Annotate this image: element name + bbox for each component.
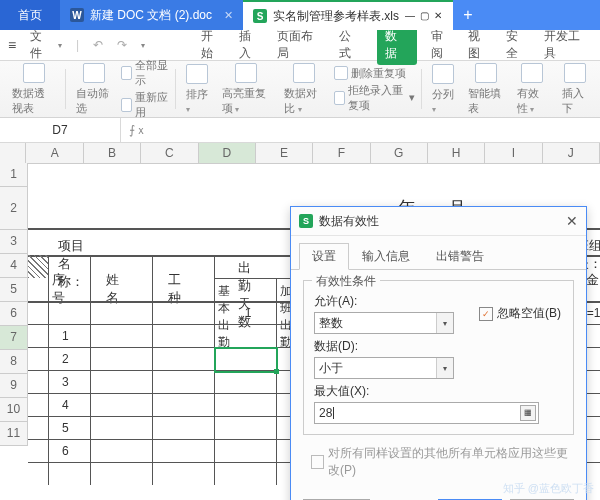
select-all-corner[interactable] [0,143,26,163]
spreadsheet-grid[interactable]: A B C D E F G H I J 1 2 3 4 5 6 7 8 9 10… [0,143,600,164]
row-1[interactable]: 1 [0,163,28,187]
highlight-dup-button[interactable]: 高亮重复项 ▾ [218,63,274,116]
cell-seq-5: 5 [62,421,69,435]
cell-seq-4: 4 [62,398,69,412]
row-7[interactable]: 7 [0,326,28,350]
criteria-fieldset: 有效性条件 允许(A): 整数▾ ✓忽略空值(B) 数据(D): 小于▾ 最大值… [303,280,574,435]
reapply-button[interactable]: 重新应用 [121,90,169,120]
highlight-icon [235,63,257,83]
insert-dropdown-button[interactable]: 插入下 [558,63,592,116]
autofilter-label: 自动筛选 [76,86,111,116]
reject-dup-button[interactable]: 拒绝录入重复项 ▾ [334,83,415,113]
hatch-leading [28,255,48,278]
tab-home[interactable]: 首页 [0,0,60,30]
split-icon [432,64,454,84]
menu-pagelayout[interactable]: 页面布局 [277,28,325,62]
menubar: ≡ 文件▾ | ↶ ↷ ▾ 开始 插入 页面布局 公式 数据 审阅 视图 安全 … [0,30,600,61]
apply-all-row[interactable]: 对所有同样设置的其他所有单元格应用这些更改(P) [311,445,574,479]
dialog-title: 数据有效性 [319,213,379,230]
max-input[interactable]: 28▦ [314,402,539,424]
file-menu[interactable]: 文件▾ [30,28,62,62]
caret-icon [333,407,334,419]
hamburger-icon[interactable]: ≡ [8,37,16,53]
delete-dup-button[interactable]: 删除重复项 [334,66,406,81]
qat-dropdown-icon[interactable]: ▾ [141,41,145,50]
pivot-table-button[interactable]: 数据透视表 [8,63,59,116]
col-J[interactable]: J [543,143,600,163]
row-6[interactable]: 6 [0,302,28,326]
sort-icon [186,64,208,84]
col-I[interactable]: I [485,143,542,163]
data-combo[interactable]: 小于▾ [314,357,454,379]
col-H[interactable]: H [428,143,485,163]
row-11[interactable]: 11 [0,422,28,446]
window-tabbar: 首页 W 新建 DOC 文档 (2).doc ✕ S 实名制管理参考样表.xls… [0,0,600,30]
text-to-columns-button[interactable]: 分列 ▾ [428,64,458,114]
pivot-icon [23,63,45,83]
allow-combo[interactable]: 整数▾ [314,312,454,334]
dialog-header[interactable]: S 数据有效性 ✕ [291,207,586,236]
tab-settings[interactable]: 设置 [299,243,349,270]
undo-icon[interactable]: ↶ [93,38,103,52]
data-compare-button[interactable]: 数据对比 ▾ [280,63,328,116]
deldup-icon [334,66,348,80]
restore-icon[interactable]: ▢ [419,11,429,21]
fx-area[interactable]: ⨍ｘ [121,118,155,142]
tab-input-msg[interactable]: 输入信息 [349,243,423,270]
menu-formula[interactable]: 公式 [339,28,363,62]
autofilter-button[interactable]: 自动筛选 [72,63,115,116]
menu-insert[interactable]: 插入 [239,28,263,62]
split-label: 分列 [432,88,454,100]
row-8[interactable]: 8 [0,350,28,374]
row-10[interactable]: 10 [0,398,28,422]
col-D[interactable]: D [199,143,256,163]
data-label: 数据(D): [314,338,563,355]
validity-button[interactable]: 有效性 ▾ [513,63,552,116]
chevron-down-icon: ▾ [436,313,453,333]
ignore-blank-row[interactable]: ✓忽略空值(B) [479,305,561,322]
fieldset-legend: 有效性条件 [312,273,380,290]
row-9[interactable]: 9 [0,374,28,398]
close-icon[interactable]: ✕ [566,213,578,229]
range-picker-icon[interactable]: ▦ [520,405,536,421]
menu-review[interactable]: 审阅 [431,28,455,62]
tab-spreadsheet[interactable]: S 实名制管理参考样表.xls — ▢ ✕ [243,0,453,30]
chevron-down-icon: ▾ [233,105,239,114]
col-F[interactable]: F [313,143,370,163]
row-2[interactable]: 2 [0,187,28,230]
menu-data[interactable]: 数据 [377,25,417,65]
menu-security[interactable]: 安全 [506,28,530,62]
menu-start[interactable]: 开始 [201,28,225,62]
validity-icon [521,63,543,83]
dup-aux-group: 删除重复项 拒绝录入重复项 ▾ [334,66,415,113]
close-icon[interactable]: ✕ [224,9,233,22]
pivot-label: 数据透视表 [12,86,55,116]
col-A[interactable]: A [26,143,83,163]
menu-devtools[interactable]: 开发工具 [544,28,592,62]
col-C[interactable]: C [141,143,198,163]
col-E[interactable]: E [256,143,313,163]
col-B[interactable]: B [84,143,141,163]
row-5[interactable]: 5 [0,278,28,302]
close-icon[interactable]: ✕ [433,11,443,21]
cell-seq-2: 2 [62,352,69,366]
row-3[interactable]: 3 [0,230,28,254]
tab-error-alert[interactable]: 出错警告 [423,243,497,270]
redo-icon[interactable]: ↷ [117,38,127,52]
col-G[interactable]: G [371,143,428,163]
tab-word-doc[interactable]: W 新建 DOC 文档 (2).doc ✕ [60,0,243,30]
chevron-down-icon: ▾ [186,105,190,114]
show-all-button[interactable]: 全部显示 [121,58,169,88]
row-4[interactable]: 4 [0,254,28,278]
sort-button[interactable]: 排序 ▾ [182,64,212,114]
tab-word-label: 新建 DOC 文档 (2).doc [90,7,212,24]
name-box[interactable]: D7 [0,118,121,142]
menu-view[interactable]: 视图 [468,28,492,62]
cell-seq-6: 6 [62,444,69,458]
smart-fill-button[interactable]: 智能填表 [464,63,507,116]
formula-bar: D7 ⨍ｘ [0,118,600,143]
watermark: 知乎 @蓝色欧丁香 [503,481,594,496]
minimize-icon[interactable]: — [405,11,415,21]
data-value: 小于 [319,360,343,377]
new-tab-button[interactable]: + [453,0,483,30]
